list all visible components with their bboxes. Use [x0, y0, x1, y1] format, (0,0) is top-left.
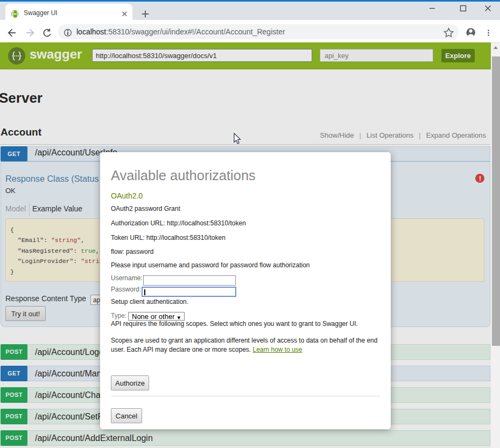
- svg-text:}: }: [16, 10, 19, 18]
